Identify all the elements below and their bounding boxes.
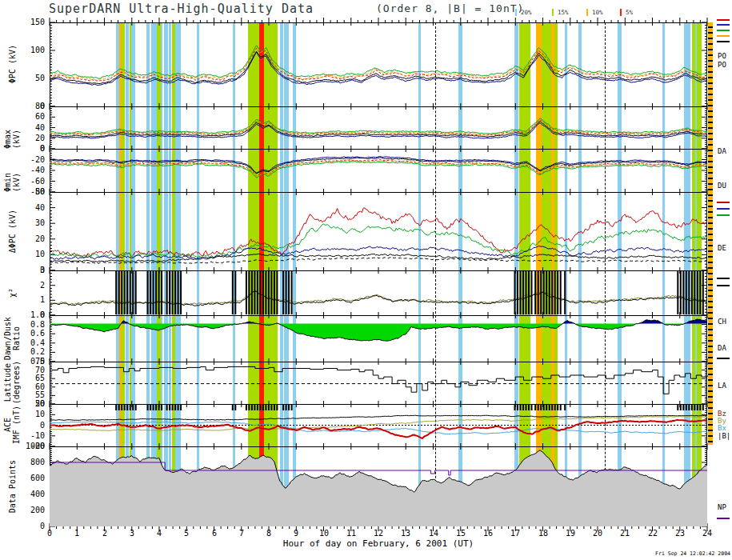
right-label-la: LA [718, 382, 732, 390]
data-gap-bar [135, 271, 137, 314]
legend-item-5%: 5% [620, 4, 633, 14]
data-gap-bar [697, 271, 698, 314]
data-gap-bar [274, 404, 275, 410]
data-gap-bar [688, 271, 690, 314]
right-legend-line [717, 214, 730, 216]
data-gap-bar [554, 404, 556, 410]
ylabel-ace_imf: ACEIMF (nT) [1, 404, 23, 446]
data-gap-bar [288, 271, 290, 314]
data-gap-bar [155, 404, 157, 410]
data-gap-bar [694, 404, 695, 410]
data-gap-bar [546, 271, 547, 314]
data-gap-bar [543, 404, 545, 410]
right-legend-line [717, 19, 730, 21]
panel-dphi_pc-chart [50, 192, 707, 270]
data-gap-bar [259, 404, 261, 410]
data-gap-bar [147, 271, 149, 314]
ylabel-latitude: Latitude(degrees) [1, 362, 23, 404]
data-gap-bar [268, 404, 270, 410]
data-gap-bar [180, 271, 182, 314]
xtick-label: 7 [234, 529, 250, 538]
right-legend-line [717, 24, 730, 26]
series-navy [50, 123, 707, 138]
page-title: SuperDARN Ultra-High-Quality Data [49, 2, 314, 16]
ylabel-phi_min: Φmin (kV) [1, 149, 23, 192]
ylabel-text: (degrees) [12, 361, 21, 404]
legend-item-15%: 15% [552, 4, 569, 14]
legend-item-10%: 10% [586, 4, 603, 14]
data-gap-bar [522, 404, 524, 410]
data-gap-bar [551, 404, 553, 410]
xtick-label: 20 [590, 529, 606, 538]
data-gap-bar [150, 271, 151, 314]
data-gap-bar [522, 271, 524, 314]
data-gap-bar [161, 404, 162, 410]
plot-parameters: (Order 8, |B| = 10nT) [376, 2, 524, 14]
series-green [50, 224, 707, 258]
data-gap-bar [549, 404, 550, 410]
data-gap-bar [262, 271, 264, 314]
right-legend-line [717, 208, 730, 210]
data-gap-bar [528, 404, 530, 410]
ylabel-text: χ² [8, 288, 17, 298]
data-gap-bar [132, 404, 134, 410]
data-gap-bar [161, 271, 162, 314]
data-gap-bar [265, 404, 266, 410]
data-gap-bar [514, 404, 516, 410]
data-gap-bar [265, 271, 266, 314]
data-gap-bar [259, 271, 261, 314]
data-gap-bar [268, 271, 270, 314]
legend-label: 20% [521, 9, 532, 16]
data-gap-bar [130, 271, 131, 314]
xtick-label: 8 [261, 529, 277, 538]
data-gap-bar [132, 271, 134, 314]
data-gap-bar [517, 271, 518, 314]
top-axis-ticks [50, 16, 707, 22]
data-gap-bar [178, 271, 179, 314]
data-gap-bar [688, 404, 690, 410]
data-gap-bar [115, 404, 117, 410]
ylabel-chi2: χ² [1, 270, 23, 315]
legend-label: 5% [626, 9, 633, 16]
data-gap-bar [150, 404, 151, 410]
ylabel-text: Ratio [12, 326, 21, 350]
series-red [50, 48, 707, 81]
data-gap-bar [680, 404, 682, 410]
right-label-da: DA [718, 345, 732, 352]
xtick-label: 14 [426, 529, 442, 538]
legend-label: 15% [558, 9, 569, 16]
panel-dawn_dusk-chart [50, 315, 707, 362]
right-legend-line [717, 35, 730, 37]
data-gap-bar [155, 271, 157, 314]
data-gap-bar [564, 271, 566, 314]
data-gap-bar [543, 271, 545, 314]
data-gap-bar [262, 404, 264, 410]
np-area-fill [50, 450, 707, 526]
data-gap-bar [291, 404, 293, 410]
data-gap-bar [158, 271, 160, 314]
data-gap-bar [172, 271, 174, 314]
right-label-de: DE [718, 245, 732, 252]
data-gap-bar [180, 404, 182, 410]
data-gap-bar [699, 404, 701, 410]
data-gap-bar [534, 404, 536, 410]
data-gap-bar [686, 271, 687, 314]
xtick-label: 5 [178, 529, 194, 538]
right-label-du: DU [718, 182, 732, 190]
data-gap-bar [560, 271, 562, 314]
right-legend-line [717, 358, 730, 359]
right-legend-line [717, 278, 730, 279]
xtick-label: 24 [699, 529, 715, 538]
data-gap-bar [682, 404, 684, 410]
data-gap-bar [166, 404, 168, 410]
panel-latitude-chart [50, 362, 707, 404]
right-label-by: By [718, 418, 732, 425]
data-gap-bar [538, 404, 539, 410]
data-gap-bar [246, 271, 247, 314]
data-gap-bar [232, 404, 234, 410]
ylabel-text: ΔΦPC (kV) [8, 210, 17, 253]
xtick-label: 15 [453, 529, 469, 538]
quality-indicator-column [708, 22, 713, 445]
data-gap-bar [153, 404, 154, 410]
data-gap-bar [528, 271, 530, 314]
